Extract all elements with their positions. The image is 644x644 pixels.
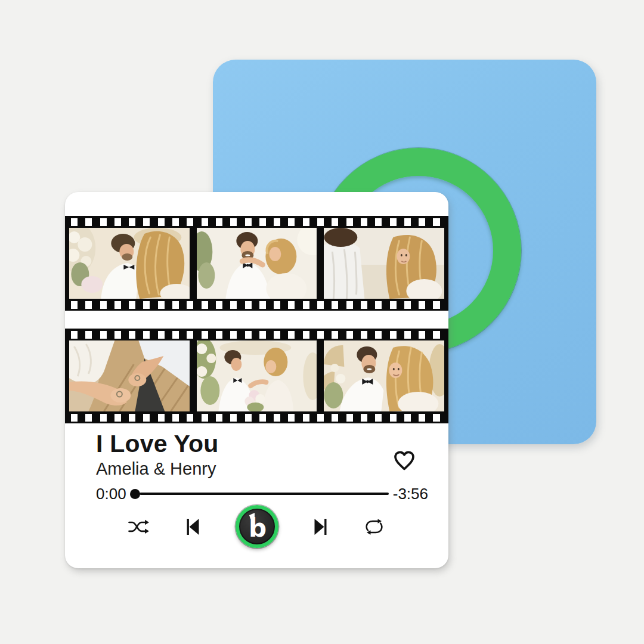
film-sprockets (65, 299, 448, 311)
time-elapsed: 0:00 (96, 485, 126, 503)
film-photo (324, 340, 444, 411)
svg-text:b: b (248, 513, 266, 543)
film-strip-bottom (65, 329, 448, 423)
song-title: I Love You (96, 431, 219, 457)
progress-handle[interactable] (130, 489, 140, 499)
play-button[interactable]: b (236, 505, 278, 548)
like-button[interactable] (392, 449, 416, 472)
film-sprockets (65, 411, 448, 423)
shuffle-icon (128, 519, 150, 535)
previous-track-icon (186, 518, 200, 535)
product-mockup-scene: I Love You Amelia & Henry 0:00 -3:56 (0, 0, 644, 644)
music-plaque-card: I Love You Amelia & Henry 0:00 -3:56 (65, 192, 448, 568)
film-photo (324, 228, 444, 299)
time-remaining: -3:56 (393, 485, 428, 503)
progress-track[interactable] (140, 493, 389, 496)
song-artist: Amelia & Henry (96, 460, 216, 479)
next-track-icon (314, 518, 327, 535)
heart-outline-icon (392, 449, 416, 472)
film-photo (197, 340, 317, 411)
repeat-icon (364, 518, 384, 535)
previous-track-button[interactable] (182, 518, 205, 535)
play-button-brand-logo: b (239, 509, 275, 544)
film-photo (69, 340, 190, 411)
shuffle-button[interactable] (128, 518, 151, 535)
next-track-button[interactable] (309, 518, 332, 535)
film-sprockets (65, 329, 448, 340)
film-strip-top (65, 216, 448, 311)
film-sprockets (65, 216, 448, 228)
film-photo (69, 228, 190, 299)
repeat-button[interactable] (363, 518, 386, 535)
film-photo (197, 228, 317, 299)
player-controls: b (65, 503, 448, 550)
progress-bar: 0:00 -3:56 (96, 485, 428, 503)
